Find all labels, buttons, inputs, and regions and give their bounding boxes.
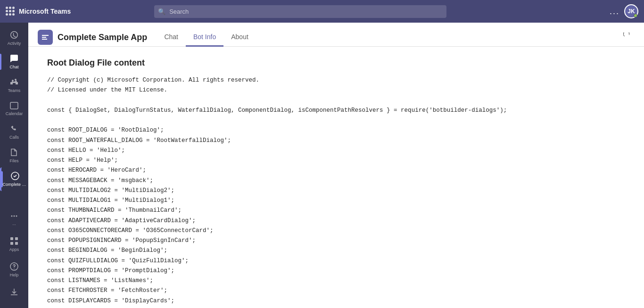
- svg-rect-8: [15, 242, 18, 245]
- sidebar-item-calls[interactable]: Calls: [0, 120, 28, 144]
- sidebar-item-activity-label: Activity: [8, 41, 21, 46]
- sidebar-item-teams-label: Teams: [8, 88, 21, 93]
- calendar-icon: [9, 100, 19, 110]
- svg-point-3: [13, 215, 15, 216]
- brand-name: Microsoft Teams: [19, 8, 71, 15]
- code-content: Root Dialog File content // Copyright (c…: [28, 47, 644, 308]
- teams-icon: [9, 77, 19, 87]
- sidebar-item-more[interactable]: ···: [8, 208, 21, 231]
- sidebar-item-complete[interactable]: Complete S...: [0, 167, 28, 191]
- apps-icon: [9, 236, 19, 246]
- sidebar-item-calls-label: Calls: [9, 135, 19, 140]
- app-icon-svg: [41, 33, 50, 42]
- top-bar: Microsoft Teams 🔍 ... JK: [0, 0, 644, 23]
- sidebar-item-download[interactable]: [8, 283, 21, 300]
- tab-chat[interactable]: Chat: [157, 28, 186, 47]
- more-icon: [9, 211, 19, 221]
- app-title: Complete Sample App: [58, 33, 147, 42]
- svg-rect-7: [10, 242, 13, 245]
- help-icon: [9, 262, 19, 271]
- svg-point-10: [14, 268, 15, 269]
- sidebar-item-complete-label: Complete S...: [3, 182, 27, 187]
- sidebar-item-activity[interactable]: Activity: [0, 26, 28, 50]
- code-block: // Copyright (c) Microsoft Corporation. …: [47, 75, 625, 308]
- svg-point-2: [11, 215, 12, 216]
- download-icon: [9, 287, 19, 297]
- svg-rect-5: [10, 237, 13, 240]
- tab-botinfo[interactable]: Bot Info: [186, 28, 223, 47]
- search-icon: 🔍: [158, 8, 165, 15]
- sidebar-item-teams[interactable]: Teams: [0, 74, 28, 97]
- sidebar-bottom: ··· Apps Help: [8, 208, 21, 304]
- search-bar: 🔍: [154, 5, 446, 18]
- sidebar-item-chat-label: Chat: [9, 65, 18, 70]
- sidebar-item-apps[interactable]: Apps: [8, 233, 21, 256]
- sidebar-item-files-label: Files: [9, 158, 18, 164]
- sidebar-item-help[interactable]: Help: [8, 258, 21, 282]
- app-tabs: Chat Bot Info About: [157, 28, 256, 46]
- files-icon: [9, 148, 19, 157]
- complete-app-icon: [10, 171, 20, 181]
- apps-grid-icon[interactable]: [6, 7, 15, 16]
- avatar-initials: JK: [627, 8, 635, 15]
- svg-point-4: [16, 215, 17, 216]
- calls-icon: [9, 124, 19, 133]
- sidebar-item-more-label: ···: [12, 222, 16, 227]
- search-input[interactable]: [154, 5, 446, 18]
- avatar[interactable]: JK: [624, 4, 638, 18]
- sidebar-item-calendar[interactable]: Calendar: [0, 97, 28, 120]
- avatar-status-indicator: [634, 14, 637, 17]
- main-area: Activity Chat Teams Calendar Ca: [0, 23, 644, 308]
- tab-about[interactable]: About: [223, 28, 256, 47]
- sidebar-item-files[interactable]: Files: [0, 144, 28, 167]
- top-bar-left: Microsoft Teams: [6, 7, 71, 16]
- sidebar-item-chat[interactable]: Chat: [0, 50, 28, 74]
- sidebar-item-help-label: Help: [10, 273, 19, 278]
- more-options-button[interactable]: ...: [610, 7, 619, 17]
- app-icon: [38, 30, 53, 45]
- sidebar-item-calendar-label: Calendar: [6, 111, 23, 117]
- svg-rect-0: [10, 102, 18, 109]
- content-area: Complete Sample App Chat Bot Info About …: [28, 23, 644, 308]
- top-bar-right: ... JK: [610, 4, 638, 18]
- app-header: Complete Sample App Chat Bot Info About: [28, 23, 644, 47]
- chat-icon: [9, 54, 19, 63]
- svg-rect-6: [15, 237, 18, 240]
- sidebar-item-apps-label: Apps: [9, 247, 19, 252]
- refresh-icon: [623, 33, 631, 40]
- sidebar: Activity Chat Teams Calendar Ca: [0, 23, 28, 308]
- code-section-title: Root Dialog File content: [47, 58, 625, 68]
- activity-icon: [9, 30, 19, 40]
- refresh-button[interactable]: [619, 29, 635, 46]
